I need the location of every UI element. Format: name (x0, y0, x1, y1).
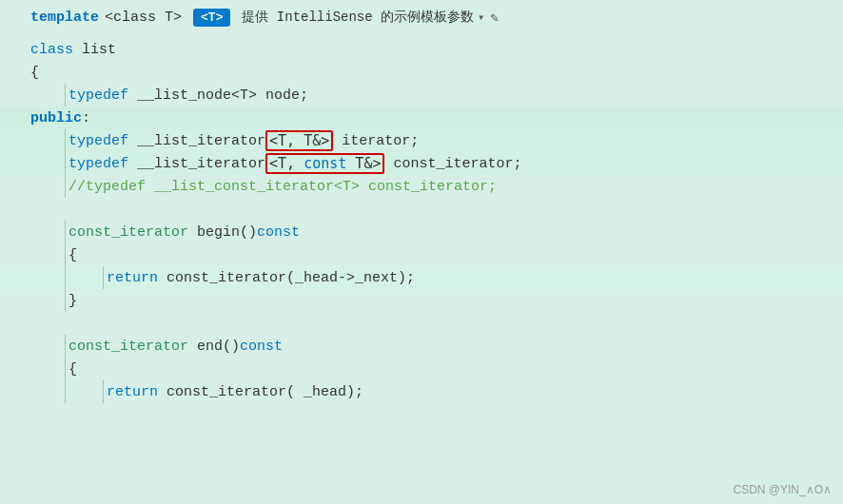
guide-line-1 (65, 84, 66, 107)
kw-const-begin: const (257, 224, 300, 241)
code-head: _head); (295, 384, 363, 400)
guide-line-13 (103, 380, 104, 403)
code-line-end-brace: { (0, 358, 843, 380)
code-line-class-list: class list (0, 38, 843, 61)
guide-line-9 (65, 289, 66, 312)
kw-const-end: const (240, 339, 283, 355)
code-const-iterator-type-end: const_iterator (69, 339, 188, 355)
kw-typedef-2: typedef (69, 133, 128, 149)
code-line-comment: //typedef __list_const_iterator<T> const… (0, 175, 843, 198)
code-end-open: { (69, 361, 77, 378)
code-begin-close: } (69, 293, 77, 309)
code-lines: class list { typedef __list_node<T> node… (0, 34, 843, 407)
code-line-open-brace: { (0, 61, 843, 84)
guide-line-5 (65, 221, 66, 243)
code-begin-open: { (69, 247, 77, 263)
kw-public: public (30, 110, 82, 126)
red-box-T-const-T-ref: <T, const T&> (265, 153, 384, 174)
guide-line-11 (65, 358, 66, 380)
watermark: CSDN @YIN_∧O∧ (733, 483, 832, 496)
code-const-iterator-type-begin: const_iterator (69, 224, 188, 241)
guide-line-8 (103, 266, 104, 289)
kw-return-2: return (107, 384, 158, 400)
guide-line-3 (65, 152, 66, 175)
guide-line-10 (65, 335, 66, 358)
code-list-iter-const: __list_iterator (128, 156, 265, 172)
code-line-begin-brace: { (0, 243, 843, 266)
kw-return-1: return (107, 270, 158, 286)
code-colon: : (82, 110, 90, 126)
code-line-blank-2 (0, 312, 843, 335)
code-const-iterator-label: const_iterator; (384, 156, 521, 172)
intellisense-label: 提供 IntelliSense 的示例模板参数 (242, 9, 474, 26)
guide-line-12 (65, 380, 66, 403)
code-line-typedef-iterator: typedef __list_iterator <T, T&> iterator… (0, 129, 843, 152)
top-bar: template <class T> <T> 提供 IntelliSense 的… (0, 0, 843, 34)
code-list-iter: __list_iterator (128, 133, 265, 149)
keyword-class: class (30, 42, 73, 58)
intellisense-badge: <T> (193, 9, 230, 27)
code-line-return-next: return const_iterator( _head->_next); (0, 266, 843, 289)
code-line-begin-close: } (0, 289, 843, 312)
code-line-begin: const_iterator begin() const (0, 221, 843, 243)
guide-line-7 (65, 266, 66, 289)
template-params: <class T> (105, 10, 182, 26)
code-end-sig: end() (188, 339, 240, 355)
code-container: template <class T> <T> 提供 IntelliSense 的… (0, 0, 843, 504)
code-return-const-iter: const_iterator( (158, 270, 295, 286)
kw-typedef-3: typedef (69, 156, 128, 172)
code-line-typedef-const-iterator: typedef __list_iterator <T, const T&> co… (0, 152, 843, 175)
code-head-next: _head->_next); (295, 270, 415, 286)
code-begin-sig: begin() (188, 224, 257, 241)
code-return-head: const_iterator( (158, 384, 295, 400)
template-keyword: template (30, 10, 99, 26)
code-list-node: __list_node<T> node; (128, 87, 308, 104)
code-line-end: const_iterator end() const (0, 335, 843, 358)
badge-text: <T> (201, 10, 223, 25)
guide-line-2 (65, 129, 66, 152)
dropdown-arrow-icon[interactable]: ▾ (478, 10, 484, 25)
code-line-blank-1 (0, 198, 843, 221)
guide-line-6 (65, 243, 66, 266)
kw-typedef-1: typedef (69, 87, 128, 104)
code-list-name: list (73, 42, 116, 58)
code-line-public: public: (0, 107, 843, 129)
red-box-T-T-ref: <T, T&> (265, 130, 333, 151)
code-line-typedef-node: typedef __list_node<T> node; (0, 84, 843, 107)
guide-line-4 (65, 175, 66, 198)
code-line-return-head: return const_iterator( _head); (0, 380, 843, 403)
code-brace-open: { (30, 65, 39, 81)
code-iterator-label: iterator; (333, 133, 419, 149)
edit-icon[interactable]: ✎ (490, 10, 498, 26)
code-comment-line: //typedef __list_const_iterator<T> const… (69, 179, 497, 195)
